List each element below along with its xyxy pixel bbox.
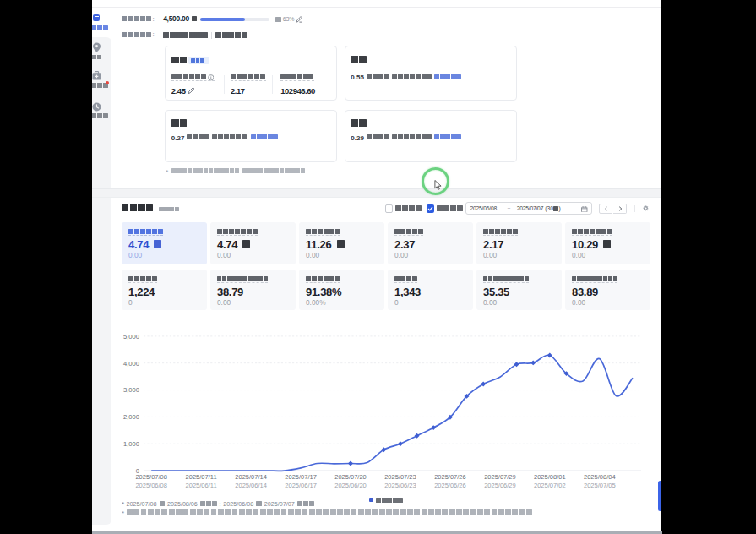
- svg-text:2025/06/17: 2025/06/17: [285, 482, 317, 489]
- svg-text:2025/06/26: 2025/06/26: [434, 482, 466, 489]
- svg-text:2025/07/26: 2025/07/26: [434, 473, 466, 481]
- svg-text:2025/08/04: 2025/08/04: [584, 473, 616, 481]
- svg-text:2025/07/17: 2025/07/17: [285, 473, 317, 481]
- svg-text:2025/07/14: 2025/07/14: [235, 473, 267, 481]
- svg-text:2,000: 2,000: [123, 413, 139, 421]
- svg-text:2025/06/14: 2025/06/14: [235, 482, 267, 489]
- svg-text:2025/07/05: 2025/07/05: [584, 482, 616, 489]
- svg-text:2025/07/08: 2025/07/08: [135, 473, 167, 481]
- svg-text:2025/06/29: 2025/06/29: [484, 482, 516, 489]
- svg-text:2025/06/11: 2025/06/11: [186, 482, 217, 489]
- svg-text:2025/06/23: 2025/06/23: [384, 482, 416, 489]
- svg-text:2025/07/11: 2025/07/11: [186, 473, 217, 481]
- svg-text:2025/07/20: 2025/07/20: [334, 473, 367, 481]
- svg-text:1,000: 1,000: [123, 440, 139, 448]
- svg-text:2025/06/20: 2025/06/20: [334, 482, 367, 489]
- svg-text:2025/08/01: 2025/08/01: [534, 473, 566, 481]
- svg-text:2025/06/08: 2025/06/08: [135, 482, 167, 489]
- svg-text:2025/07/29: 2025/07/29: [484, 473, 516, 481]
- svg-text:5,000: 5,000: [123, 333, 139, 341]
- svg-text:3,000: 3,000: [123, 386, 139, 394]
- svg-text:2025/07/02: 2025/07/02: [534, 482, 566, 489]
- svg-text:2025/07/23: 2025/07/23: [384, 473, 416, 481]
- svg-text:4,000: 4,000: [123, 360, 139, 368]
